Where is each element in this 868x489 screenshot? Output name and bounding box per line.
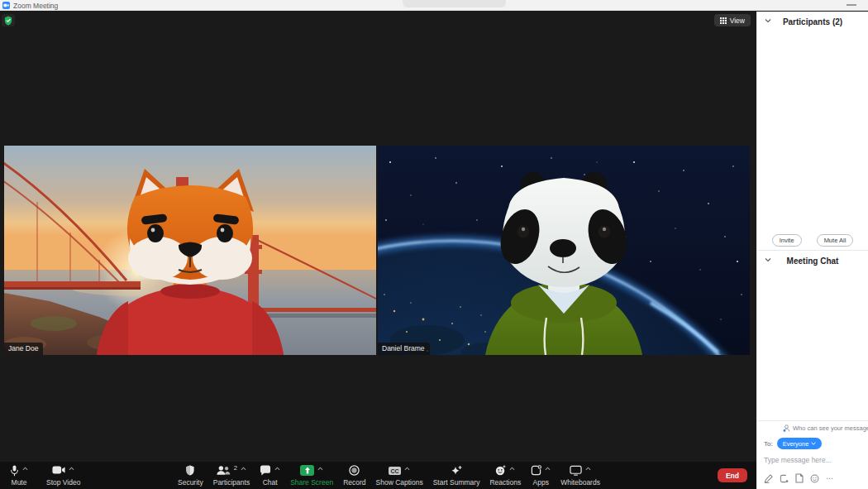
to-label: To:	[764, 440, 773, 448]
video-stage: View	[0, 12, 756, 489]
share-screen-icon	[300, 465, 314, 476]
participant-name-tag: Daniel Brame	[378, 343, 430, 355]
participants-panel-title: Participants (2)	[757, 17, 868, 26]
chat-message-input[interactable]	[757, 453, 868, 467]
whiteboards-button[interactable]: Whiteboards	[559, 462, 602, 489]
captions-chevron-icon[interactable]	[404, 467, 410, 471]
panda-avatar-space-video	[378, 146, 750, 355]
chat-bubble-icon	[260, 465, 271, 476]
invite-button[interactable]: Invite	[772, 234, 802, 247]
participants-collapse-chevron-icon[interactable]	[765, 18, 771, 23]
microphone-icon	[10, 465, 19, 477]
meeting-chat-header: Meeting Chat	[757, 251, 868, 271]
video-options-chevron-icon[interactable]	[69, 467, 74, 471]
show-captions-label: Show Captions	[376, 478, 423, 487]
chat-more-options-icon[interactable]: ⋯	[826, 475, 834, 482]
chat-chevron-icon[interactable]	[274, 467, 280, 471]
privacy-person-icon	[783, 424, 790, 432]
security-label: Security	[178, 478, 203, 487]
mute-button[interactable]: Mute	[8, 462, 30, 489]
captions-cc-icon: CC	[389, 467, 401, 475]
start-summary-label: Start Summary	[433, 478, 480, 487]
reactions-chevron-icon[interactable]	[509, 467, 515, 471]
whiteboards-chevron-icon[interactable]	[585, 467, 591, 471]
fox-avatar-golden-gate-video	[4, 146, 376, 355]
meeting-toolbar: Mute Stop Video	[0, 462, 756, 489]
zoom-meeting-window: Zoom Meeting View	[0, 0, 868, 489]
minimize-icon[interactable]	[847, 4, 856, 6]
ai-summary-sparkle-icon	[451, 465, 462, 477]
mute-all-button[interactable]: Mute All	[817, 234, 854, 247]
chat-recipient-row: To: Everyone	[757, 434, 868, 453]
security-button[interactable]: Security	[176, 462, 205, 489]
record-label: Record	[343, 478, 365, 487]
video-tile-daniel-brame[interactable]: Daniel Brame	[378, 146, 750, 355]
meeting-info-shield-button[interactable]	[2, 14, 15, 26]
participants-actions-row: Invite Mute All	[757, 230, 868, 250]
whiteboard-icon	[570, 465, 582, 476]
participant-name-tag: Jane Doe	[4, 343, 43, 355]
video-tiles: Jane Doe	[4, 146, 750, 355]
participants-button[interactable]: 2 Participants	[212, 462, 251, 489]
whiteboards-label: Whiteboards	[560, 478, 600, 487]
format-text-icon[interactable]	[764, 474, 773, 483]
video-camera-icon	[52, 465, 65, 475]
reactions-button[interactable]: Reactions	[488, 462, 522, 489]
record-button[interactable]: Record	[341, 462, 367, 489]
end-meeting-button[interactable]: End	[718, 468, 747, 482]
share-chevron-icon[interactable]	[317, 467, 323, 471]
view-button[interactable]: View	[714, 14, 751, 26]
mute-label: Mute	[12, 478, 27, 487]
apps-button[interactable]: Apps	[529, 462, 552, 489]
participants-list	[757, 31, 868, 230]
reactions-label: Reactions	[489, 478, 521, 487]
recipient-chevron-icon	[811, 442, 816, 445]
chat-privacy-row[interactable]: Who can see your message	[757, 421, 868, 434]
security-shield-icon	[4, 16, 12, 26]
screenshot-icon[interactable]	[780, 474, 789, 483]
participants-label: Participants	[213, 478, 250, 487]
share-screen-label: Share Screen	[290, 478, 333, 487]
stop-video-label: Stop Video	[46, 478, 80, 487]
window-title: Zoom Meeting	[13, 2, 58, 10]
chat-button[interactable]: Chat	[258, 462, 282, 489]
chat-message-list	[757, 271, 868, 420]
titlebar: Zoom Meeting	[0, 0, 868, 11]
recipient-selector[interactable]: Everyone	[777, 438, 823, 449]
stop-video-button[interactable]: Stop Video	[45, 462, 82, 489]
chat-tools-row: ⋯	[757, 467, 868, 489]
apps-icon	[531, 465, 541, 476]
apps-chevron-icon[interactable]	[545, 467, 551, 471]
zoom-app-icon	[2, 2, 10, 9]
sidebar-panel: Participants (2) Invite Mute All Meeting…	[756, 12, 868, 489]
participants-chevron-icon[interactable]	[241, 467, 246, 471]
grid-view-icon	[720, 17, 727, 24]
security-icon	[185, 465, 195, 476]
participants-count-badge: 2	[234, 464, 237, 472]
view-button-label: View	[730, 17, 745, 25]
recipient-value: Everyone	[783, 440, 809, 448]
attach-file-icon[interactable]	[795, 473, 804, 483]
show-captions-button[interactable]: CC Show Captions	[374, 462, 425, 489]
chat-collapse-chevron-icon[interactable]	[765, 257, 771, 262]
participants-panel-header: Participants (2)	[757, 12, 868, 31]
chat-label: Chat	[263, 478, 278, 487]
mute-options-chevron-icon[interactable]	[22, 467, 28, 471]
participants-icon	[217, 465, 231, 476]
video-tile-jane-doe[interactable]: Jane Doe	[4, 146, 376, 355]
titlebar-drag-region[interactable]	[403, 0, 506, 7]
privacy-note-label: Who can see your message	[793, 424, 868, 432]
reactions-smiley-icon	[495, 465, 506, 476]
share-screen-button[interactable]: Share Screen	[289, 462, 335, 489]
meeting-chat-title: Meeting Chat	[757, 256, 868, 266]
emoji-icon[interactable]	[810, 474, 819, 483]
start-summary-button[interactable]: Start Summary	[432, 462, 482, 489]
apps-label: Apps	[533, 478, 549, 487]
record-icon	[349, 465, 360, 476]
